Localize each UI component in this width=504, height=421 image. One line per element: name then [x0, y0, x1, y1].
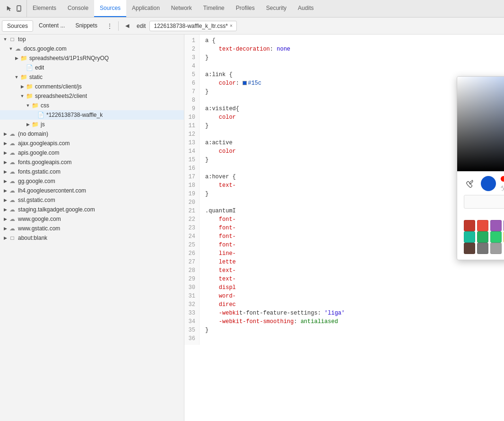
file-tab[interactable]: 1226138738-waffle_k_ltr.css* ×	[149, 21, 236, 31]
tree-arrow-about[interactable]: ▶	[2, 236, 9, 240]
top-tab-application[interactable]: Application	[126, 0, 165, 17]
color-swatch[interactable]	[490, 231, 502, 243]
top-tab-sources[interactable]: Sources	[94, 0, 126, 17]
alpha-slider[interactable]	[501, 185, 504, 191]
tree-arrow-top[interactable]: ▼	[2, 37, 9, 42]
tree-item-wwwgstatic[interactable]: ▶☁www.gstatic.com	[0, 224, 184, 233]
color-swatch[interactable]	[477, 220, 488, 231]
sub-tab-content-...[interactable]: Content ...	[34, 20, 70, 32]
tree-arrow-docs[interactable]: ▼	[8, 46, 14, 51]
code-line: text-decoration: none	[205, 45, 498, 53]
sub-tab-sources[interactable]: Sources	[2, 20, 33, 32]
tree-item-lh4[interactable]: ▶☁lh4.googleusercontent.com	[0, 186, 184, 195]
tree-arrow-www[interactable]: ▶	[2, 217, 9, 221]
line-number: 15	[188, 156, 195, 164]
tree-icon-js: 📁	[31, 121, 39, 128]
cursor-icon[interactable]	[6, 5, 13, 12]
file-tab-close-icon[interactable]: ×	[230, 23, 233, 28]
tree-item-gg[interactable]: ▶☁gg.google.com	[0, 176, 184, 186]
tree-item-spreadsheets2[interactable]: ▼📁spreadsheets2/client	[0, 91, 184, 101]
tree-icon-ajax: ☁	[9, 140, 16, 147]
tree-arrow-css[interactable]: ▼	[25, 103, 31, 108]
tree-arrow-staging[interactable]: ▶	[2, 207, 9, 212]
sub-tab-snippets[interactable]: Snippets	[70, 20, 102, 32]
tree-arrow-apis[interactable]: ▶	[2, 150, 9, 155]
tree-item-apis[interactable]: ▶☁apis.google.com	[0, 148, 184, 158]
tree-arrow-comments[interactable]: ▶	[19, 84, 26, 89]
color-swatch[interactable]	[464, 220, 475, 231]
top-tab-console[interactable]: Console	[62, 0, 94, 17]
top-tab-network[interactable]: Network	[165, 0, 198, 17]
color-swatch-inline[interactable]	[243, 81, 247, 85]
line-number: 14	[188, 147, 195, 156]
tree-arrow-ajax[interactable]: ▶	[2, 141, 9, 146]
line-number: 30	[188, 283, 195, 292]
tree-icon-wwwgstatic: ☁	[9, 225, 16, 232]
tree-icon-ssl: ☁	[9, 196, 16, 204]
tree-item-waffle[interactable]: 📄*1226138738-waffle_k	[0, 110, 184, 120]
tree-arrow-wwwgstatic[interactable]: ▶	[2, 226, 9, 231]
mobile-icon[interactable]	[15, 5, 23, 12]
tree-label-apis: apis.google.com	[18, 149, 59, 156]
tree-arrow-spreadsheets[interactable]: ▶	[13, 56, 20, 61]
color-swatch[interactable]	[464, 243, 475, 254]
tree-item-www[interactable]: ▶☁www.google.com	[0, 214, 184, 224]
tree-arrow-waffle[interactable]	[30, 113, 37, 117]
code-line: }	[205, 53, 498, 62]
line-number: 35	[188, 326, 195, 334]
tree-label-fonts: fonts.googleapis.com	[18, 159, 71, 166]
line-number: 11	[188, 122, 195, 130]
line-number: 29	[188, 275, 195, 283]
back-navigator-icon[interactable]: ◀	[122, 20, 133, 32]
hex-input[interactable]: #15c	[464, 195, 504, 209]
line-number: 32	[188, 300, 195, 309]
color-gradient-area[interactable]	[457, 77, 504, 171]
tree-item-fonts[interactable]: ▶☁fonts.googleapis.com	[0, 158, 184, 167]
tree-arrow-nodomain[interactable]: ▶	[2, 132, 9, 136]
tree-item-ajax[interactable]: ▶☁ajax.googleapis.com	[0, 139, 184, 148]
tree-label-ssl: ssl.gstatic.com	[18, 197, 55, 203]
tree-arrow-spreadsheets2[interactable]: ▼	[19, 94, 26, 98]
tree-arrow-js[interactable]: ▶	[25, 122, 31, 127]
tree-arrow-ssl[interactable]: ▶	[2, 198, 9, 202]
color-swatch[interactable]	[477, 243, 488, 254]
code-editor[interactable]: 1234567891011121314151617181920212223242…	[184, 35, 504, 421]
tree-item-edit[interactable]: 📄edit	[0, 63, 184, 72]
tree-item-static[interactable]: ▼📁static	[0, 72, 184, 82]
tree-item-spreadsheets[interactable]: ▶📁spreadsheets/d/1P1sRNQryOQ	[0, 53, 184, 63]
top-tab-profiles[interactable]: Profiles	[230, 0, 261, 17]
color-swatch[interactable]	[490, 220, 502, 231]
tree-item-ssl[interactable]: ▶☁ssl.gstatic.com	[0, 195, 184, 205]
top-tab-audits[interactable]: Audits	[292, 0, 319, 17]
more-icon[interactable]: ⋮	[104, 20, 115, 32]
tree-label-waffle: *1226138738-waffle_k	[46, 112, 103, 118]
line-number: 34	[188, 317, 195, 326]
tree-arrow-edit[interactable]	[19, 65, 26, 70]
top-tab-timeline[interactable]: Timeline	[198, 0, 230, 17]
color-swatch[interactable]	[464, 231, 475, 243]
tree-arrow-lh4[interactable]: ▶	[2, 188, 9, 193]
tree-item-docs[interactable]: ▼☁docs.google.com	[0, 44, 184, 53]
hue-slider[interactable]	[501, 176, 504, 182]
color-swatch[interactable]	[490, 243, 502, 254]
tree-arrow-static[interactable]: ▼	[13, 75, 20, 79]
tree-item-css[interactable]: ▼📁css	[0, 101, 184, 110]
tree-item-comments[interactable]: ▶📁comments/client/js	[0, 82, 184, 91]
code-line: a:visited{	[205, 105, 498, 113]
tree-item-about[interactable]: ▶□about:blank	[0, 233, 184, 243]
line-number: 2	[188, 45, 195, 53]
tree-item-top[interactable]: ▼□top	[0, 35, 184, 44]
tree-arrow-fonts[interactable]: ▶	[2, 160, 9, 165]
code-line	[205, 164, 498, 173]
tree-arrow-fontsgstatic[interactable]: ▶	[2, 169, 9, 174]
top-tab-security[interactable]: Security	[261, 0, 292, 17]
code-line: }	[205, 88, 498, 96]
tree-arrow-gg[interactable]: ▶	[2, 179, 9, 184]
tree-item-fontsgstatic[interactable]: ▶☁fonts.gstatic.com	[0, 167, 184, 176]
tree-item-staging[interactable]: ▶☁staging.talkgadget.google.com	[0, 205, 184, 214]
color-swatch[interactable]	[477, 231, 488, 243]
tree-item-js[interactable]: ▶📁js	[0, 120, 184, 129]
tree-item-nodomain[interactable]: ▶☁(no domain)	[0, 129, 184, 139]
eyedropper-icon[interactable]	[464, 177, 476, 190]
top-tab-elements[interactable]: Elements	[27, 0, 62, 17]
